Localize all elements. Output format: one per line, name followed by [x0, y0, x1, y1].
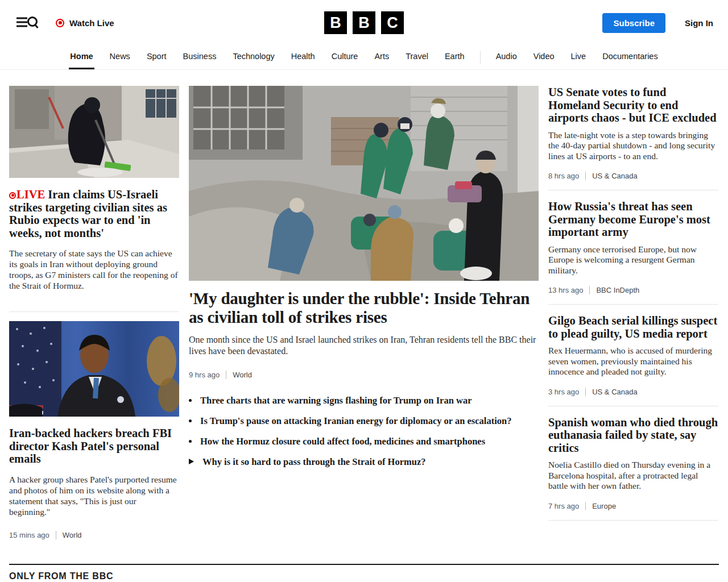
related-story-item[interactable]: Three charts that are warning signs flas…	[189, 395, 539, 406]
right-story-description: The late-night vote is a step towards br…	[548, 130, 718, 162]
second-story-image[interactable]	[9, 321, 179, 417]
live-story-description: The secretary of state says the US can a…	[9, 248, 179, 291]
nav-item-documentaries[interactable]: Documentaries	[601, 45, 659, 69]
nav-item-sport[interactable]: Sport	[146, 45, 168, 69]
main-story-card: 'My daughter is under the rubble': Insid…	[189, 86, 539, 467]
timestamp: 15 mins ago	[9, 531, 49, 539]
nav-item-arts[interactable]: Arts	[373, 45, 390, 69]
play-icon	[189, 459, 194, 464]
main-story-image[interactable]	[189, 86, 539, 281]
nav-item-business[interactable]: Business	[182, 45, 218, 69]
main-story-headline[interactable]: 'My daughter is under the rubble': Insid…	[189, 289, 539, 327]
top-bar: Watch Live B B C Subscribe Sign In	[0, 0, 728, 45]
main-story-meta: 9 hrs ago World	[189, 371, 539, 379]
nav-item-news[interactable]: News	[109, 45, 131, 69]
category-link[interactable]: World	[233, 371, 252, 379]
right-story-card: How Russia's threat has seen Germany bec…	[548, 200, 718, 305]
right-story-description: Noelia Castillo died on Thursday evening…	[548, 460, 718, 492]
category-link[interactable]: World	[63, 531, 82, 539]
only-from-bbc-section: ONLY FROM THE BBC	[9, 564, 719, 581]
timestamp: 8 hrs ago	[548, 172, 579, 180]
right-story-card: Gilgo Beach serial killings suspect to p…	[548, 314, 718, 406]
timestamp: 13 hrs ago	[548, 286, 583, 294]
right-story-description: Germany once terrorised Europe, but now …	[548, 244, 718, 276]
category-link[interactable]: US & Canada	[592, 172, 638, 180]
bullet-icon	[189, 440, 192, 443]
center-column: 'My daughter is under the rubble': Insid…	[189, 86, 539, 477]
related-story-item[interactable]: Is Trump's pause on attacking Iranian en…	[189, 415, 539, 426]
meta-divider	[585, 388, 586, 396]
category-link[interactable]: BBC InDepth	[596, 286, 639, 294]
meta-divider	[226, 371, 226, 379]
watch-live-label: Watch Live	[69, 18, 114, 28]
hamburger-search-icon	[15, 14, 39, 32]
left-column-divider	[9, 311, 179, 312]
right-story-meta: 8 hrs ago US & Canada	[548, 172, 718, 180]
second-story-description: A hacker group shares Patel's purported …	[9, 474, 179, 517]
nav-item-earth[interactable]: Earth	[444, 45, 466, 69]
nav-item-technology[interactable]: Technology	[231, 45, 275, 69]
nav-item-culture[interactable]: Culture	[330, 45, 359, 69]
right-story-card: Spanish woman who died through euthanasi…	[548, 416, 718, 521]
bbc-logo[interactable]: B B C	[324, 11, 404, 34]
category-link[interactable]: Europe	[592, 502, 616, 510]
nav-item-live[interactable]: Live	[570, 45, 588, 69]
live-badge: LIVE	[9, 188, 45, 201]
right-story-headline[interactable]: Spanish woman who died through euthanasi…	[548, 416, 718, 455]
right-story-headline[interactable]: Gilgo Beach serial killings suspect to p…	[548, 314, 718, 340]
topbar-actions: Subscribe Sign In	[602, 13, 713, 33]
logo-block-b1: B	[324, 11, 347, 34]
related-stories-list: Three charts that are warning signs flas…	[189, 395, 539, 467]
timestamp: 3 hrs ago	[548, 388, 579, 396]
watch-live-button[interactable]: Watch Live	[56, 18, 114, 28]
sign-in-link[interactable]: Sign In	[685, 18, 713, 28]
bullet-icon	[189, 419, 192, 422]
logo-block-b2: B	[353, 11, 375, 34]
subscribe-button[interactable]: Subscribe	[602, 13, 665, 33]
right-story-card: US Senate votes to fund Homeland Securit…	[548, 86, 718, 190]
right-story-meta: 7 hrs ago Europe	[548, 502, 718, 510]
meta-divider	[56, 531, 56, 539]
logo-block-c: C	[381, 11, 404, 34]
live-dot-icon	[56, 19, 64, 27]
live-badge-icon	[9, 192, 16, 199]
second-story-card: Iran-backed hackers breach FBI director …	[9, 321, 179, 539]
nav-item-audio[interactable]: Audio	[495, 45, 518, 69]
timestamp: 9 hrs ago	[189, 371, 220, 379]
section-title: ONLY FROM THE BBC	[9, 571, 719, 581]
primary-nav: Home News Sport Business Technology Heal…	[0, 45, 728, 70]
meta-divider	[585, 172, 586, 180]
category-link[interactable]: US & Canada	[592, 388, 638, 396]
nav-item-video[interactable]: Video	[532, 45, 556, 69]
meta-divider	[589, 286, 590, 294]
nav-item-health[interactable]: Health	[290, 45, 316, 69]
left-column: LIVE Iran claims US-Israeli strikes targ…	[9, 86, 179, 539]
related-story-item-video[interactable]: Why is it so hard to pass through the St…	[189, 456, 539, 467]
second-story-meta: 15 mins ago World	[9, 531, 179, 539]
related-story-item[interactable]: How the Hormuz closure could affect food…	[189, 436, 539, 447]
right-column: US Senate votes to fund Homeland Securit…	[548, 86, 718, 530]
timestamp: 7 hrs ago	[548, 502, 579, 510]
main-story-description: One month since the US and Israel launch…	[189, 334, 539, 357]
right-story-headline[interactable]: How Russia's threat has seen Germany bec…	[548, 200, 718, 239]
right-story-headline[interactable]: US Senate votes to fund Homeland Securit…	[548, 86, 718, 124]
live-story-card: LIVE Iran claims US-Israeli strikes targ…	[9, 86, 179, 312]
meta-divider	[585, 502, 586, 510]
nav-item-home[interactable]: Home	[69, 45, 94, 69]
second-story-headline[interactable]: Iran-backed hackers breach FBI director …	[9, 427, 179, 465]
nav-divider	[480, 51, 481, 64]
nav-item-travel[interactable]: Travel	[404, 45, 429, 69]
right-story-meta: 13 hrs ago BBC InDepth	[548, 286, 718, 294]
live-story-headline[interactable]: LIVE Iran claims US-Israeli strikes targ…	[9, 188, 179, 239]
right-story-meta: 3 hrs ago US & Canada	[548, 388, 718, 396]
live-story-image[interactable]	[9, 86, 179, 178]
right-story-description: Rex Heuermann, who is accused of murderi…	[548, 346, 718, 377]
bullet-icon	[189, 399, 192, 402]
main-content: LIVE Iran claims US-Israeli strikes targ…	[9, 86, 719, 564]
menu-search-button[interactable]	[15, 14, 39, 32]
